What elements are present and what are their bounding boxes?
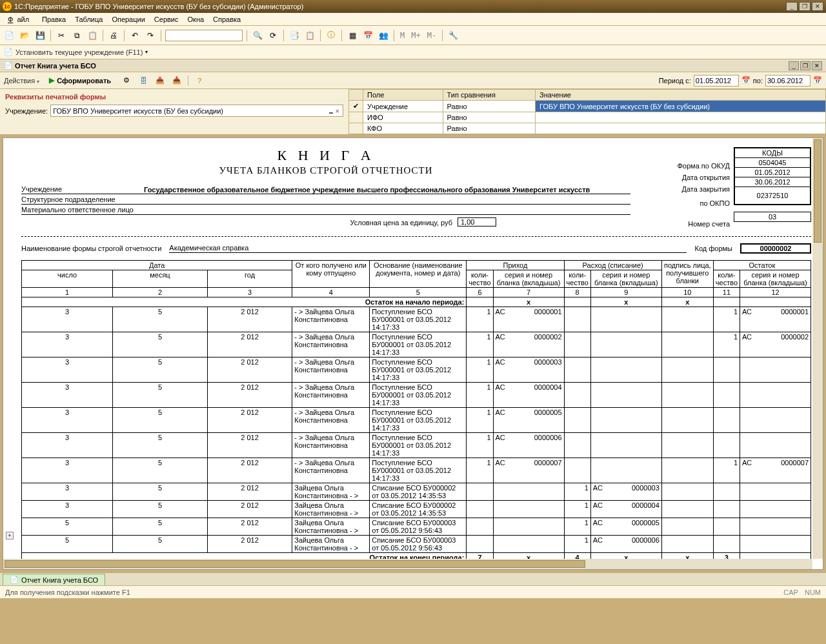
doc-icon[interactable]: 📑 [288, 29, 301, 42]
redo-icon[interactable]: ↷ [144, 29, 157, 42]
app-title: 1С:Предприятие - ГОБУ ВПО Университет ис… [14, 3, 303, 10]
generate-button[interactable]: ▶Сформировать [45, 75, 116, 86]
subwin-close[interactable]: ✕ [812, 61, 822, 70]
select-icon[interactable]: ... [327, 107, 334, 115]
tab-report[interactable]: 📄 Отчет Книга учета БСО [3, 574, 105, 585]
new-icon[interactable]: 📄 [3, 29, 15, 42]
filter-row-val[interactable] [536, 123, 826, 134]
filter-row-check[interactable] [349, 112, 363, 123]
filter-col-cmp: Тип сравнения [443, 90, 536, 101]
print-icon[interactable]: 🖨 [107, 29, 120, 42]
users-icon[interactable]: 👥 [377, 29, 390, 42]
table-row[interactable]: 352 012 - > Зайцева Ольга Константиновна… [22, 357, 811, 383]
table-row[interactable]: 352 012 - > Зайцева Ольга Константиновна… [22, 458, 811, 483]
menu-windows[interactable]: Окна [184, 14, 208, 25]
formcode-label: Код формы [694, 245, 732, 252]
table-row[interactable]: 552 012 Зайцева Ольга Константиновна - >… [22, 536, 811, 553]
calendar-from-icon[interactable]: 📅 [741, 75, 750, 86]
status-text: Для получения подсказки нажмите F1 [5, 589, 130, 596]
cut-icon[interactable]: ✂ [55, 29, 68, 42]
clipboard-icon[interactable]: 📋 [303, 29, 316, 42]
app-logo-icon: 1c [3, 2, 12, 11]
close-button[interactable]: ✕ [812, 2, 823, 11]
table-row[interactable]: 352 012 - > Зайцева Ольга Константиновна… [22, 408, 811, 433]
col-base: Основание (наименование документа, номер… [370, 261, 467, 288]
undo-icon[interactable]: ↶ [128, 29, 141, 42]
filter-row-val[interactable]: ГОБУ ВПО Университет искусств (БУ без су… [536, 101, 826, 112]
address-input[interactable] [165, 30, 243, 41]
subwin-restore[interactable]: ❐ [800, 61, 811, 70]
table-row[interactable]: 352 012 Зайцева Ольга Константиновна - >… [22, 483, 811, 501]
menubar: Файл Правка Таблица Операции Сервис Окна… [0, 13, 826, 26]
actions-menu[interactable]: Действия ▾ [4, 77, 39, 85]
filter-row-field[interactable]: ИФО [363, 112, 443, 123]
institution-input[interactable]: ГОБУ ВПО Университет искусств (БУ без су… [50, 105, 343, 117]
menu-file[interactable]: Файл [4, 14, 37, 25]
horizontal-scrollbar[interactable] [3, 559, 812, 569]
doc-icon: 📄 [10, 576, 19, 584]
table-row[interactable]: 352 012 - > Зайцева Ольга Константиновна… [22, 332, 811, 357]
calendar-icon[interactable]: 📅 [361, 29, 374, 42]
m-button[interactable]: M [398, 31, 407, 40]
find-icon[interactable]: 🔍 [251, 29, 264, 42]
filter-col-check [349, 90, 363, 101]
paste-icon[interactable]: 📋 [86, 29, 99, 42]
open-icon[interactable]: 📂 [18, 29, 31, 42]
menu-operations[interactable]: Операции [108, 14, 148, 25]
menu-help[interactable]: Справка [209, 14, 245, 25]
set-institution-link[interactable]: Установить текущее учреждение (F11) [15, 48, 143, 56]
dept-label: Структурное подразделение [21, 196, 144, 204]
tree-icon[interactable]: 🗄 [137, 75, 149, 86]
filter-row-cmp[interactable]: Равно [443, 123, 536, 134]
menu-edit[interactable]: Правка [38, 14, 70, 25]
settings-icon[interactable]: ⚙ [121, 75, 132, 86]
form1-name: Академическая справка [169, 244, 687, 253]
table-row[interactable]: 352 012 - > Зайцева Ольга Константиновна… [22, 307, 811, 332]
table-row[interactable]: 352 012 - > Зайцева Ольга Константиновна… [22, 433, 811, 458]
filter-row-field[interactable]: Учреждение [363, 101, 443, 112]
date-to-input[interactable]: 30.06.2012 [765, 75, 811, 86]
filter-row-cmp[interactable]: Равно [443, 101, 536, 112]
table-row[interactable]: 352 012 - > Зайцева Ольга Константиновна… [22, 383, 811, 408]
main-toolbar: 📄 📂 💾 ✂ ⧉ 📋 🖨 ↶ ↷ 🔍 ⟳ 📑 📋 ⓘ ▦ 📅 👥 M M+ M… [0, 26, 826, 45]
settings-icon[interactable]: 🔧 [447, 29, 459, 42]
col-date: Дата [22, 261, 292, 270]
save-icon[interactable]: 💾 [34, 29, 46, 42]
calendar-to-icon[interactable]: 📅 [813, 75, 822, 86]
period-from-label: Период с: [659, 77, 691, 85]
vertical-scrollbar[interactable] [812, 138, 823, 559]
doc-up-icon[interactable]: 📤 [154, 75, 166, 86]
mol-label: Материально ответственное лицо [21, 206, 144, 214]
minimize-button[interactable]: _ [786, 2, 798, 11]
table-row[interactable]: 552 012 Зайцева Ольга Константиновна - >… [22, 518, 811, 536]
secondary-toolbar: 📄 Установить текущее учреждение (F11) ▾ [0, 45, 826, 59]
table-row[interactable]: 352 012 Зайцева Ольга Константиновна - >… [22, 501, 811, 518]
expand-icon[interactable]: + [6, 532, 14, 539]
restore-button[interactable]: ❐ [799, 2, 811, 11]
help-icon[interactable]: ? [194, 75, 205, 86]
col-rest: Остаток [713, 261, 811, 270]
report-subtitle: УЧЕТА БЛАНКОВ СТРОГОЙ ОТЧЕТНОСТИ [21, 165, 630, 176]
filter-row-check[interactable] [349, 123, 363, 134]
menu-table[interactable]: Таблица [71, 14, 106, 25]
filter-row-check[interactable]: ✔ [349, 101, 363, 112]
m-plus-button[interactable]: M+ [409, 31, 422, 40]
refresh-icon[interactable]: ⟳ [267, 29, 279, 42]
report-body[interactable]: + К Н И Г А УЧЕТА БЛАНКОВ СТРОГОЙ ОТЧЕТН… [3, 137, 823, 570]
doc-down-icon[interactable]: 📥 [171, 75, 183, 86]
info-icon[interactable]: ⓘ [325, 29, 337, 42]
filter-row-val[interactable] [536, 112, 826, 123]
statusbar: Для получения подсказки нажмите F1 CAP N… [0, 585, 826, 598]
col-outcome: Расход (списание) [564, 261, 661, 270]
acct-label: Номер счета [637, 218, 730, 230]
filter-row-cmp[interactable]: Равно [443, 112, 536, 123]
list-icon[interactable]: ▦ [346, 29, 359, 42]
copy-icon[interactable]: ⧉ [70, 29, 83, 42]
m-minus-button[interactable]: M- [425, 31, 438, 40]
date-from-input[interactable]: 01.05.2012 [694, 75, 739, 86]
clear-icon[interactable]: × [334, 107, 341, 115]
dropdown-icon[interactable]: ▾ [145, 49, 148, 55]
menu-service[interactable]: Сервис [150, 14, 183, 25]
subwin-minimize[interactable]: _ [789, 61, 799, 70]
filter-row-field[interactable]: КФО [363, 123, 443, 134]
